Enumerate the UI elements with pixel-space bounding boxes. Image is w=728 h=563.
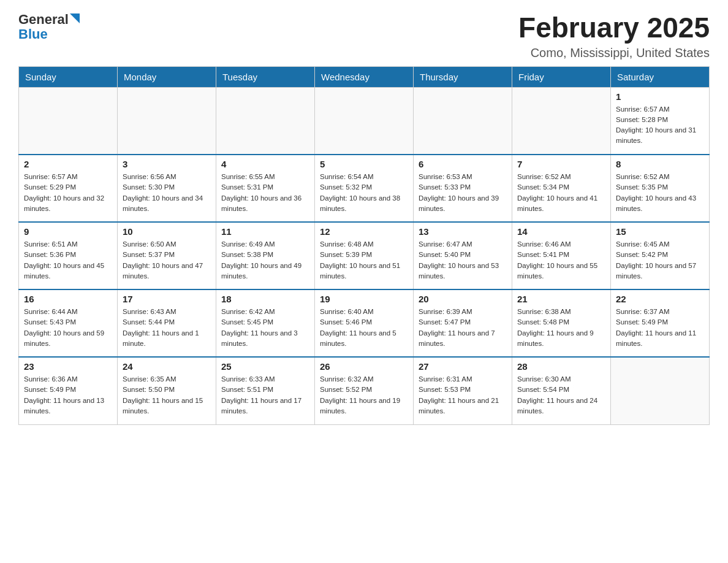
calendar-day-cell: 1Sunrise: 6:57 AMSunset: 5:28 PMDaylight…: [611, 87, 710, 155]
day-info: Sunrise: 6:37 AMSunset: 5:49 PMDaylight:…: [616, 307, 704, 349]
location-text: Como, Mississippi, United States: [518, 46, 710, 60]
calendar-header-thursday: Thursday: [414, 66, 512, 87]
day-info: Sunrise: 6:50 AMSunset: 5:37 PMDaylight:…: [123, 239, 211, 282]
day-info: Sunrise: 6:57 AMSunset: 5:28 PMDaylight:…: [616, 104, 704, 147]
day-number: 19: [320, 294, 408, 304]
day-number: 20: [419, 294, 507, 304]
calendar-day-cell: 19Sunrise: 6:40 AMSunset: 5:46 PMDayligh…: [315, 289, 414, 357]
day-number: 6: [419, 159, 507, 169]
day-info: Sunrise: 6:42 AMSunset: 5:45 PMDaylight:…: [221, 307, 309, 349]
calendar-week-row: 9Sunrise: 6:51 AMSunset: 5:36 PMDaylight…: [19, 222, 710, 289]
calendar-day-cell: 3Sunrise: 6:56 AMSunset: 5:30 PMDaylight…: [118, 155, 216, 222]
day-info: Sunrise: 6:30 AMSunset: 5:54 PMDaylight:…: [517, 374, 605, 416]
logo: General Blue: [18, 12, 80, 42]
calendar-header-tuesday: Tuesday: [216, 66, 315, 87]
calendar-day-cell: 8Sunrise: 6:52 AMSunset: 5:35 PMDaylight…: [611, 155, 710, 222]
day-info: Sunrise: 6:55 AMSunset: 5:31 PMDaylight:…: [221, 172, 309, 214]
day-number: 15: [616, 226, 704, 237]
calendar-day-cell: 25Sunrise: 6:33 AMSunset: 5:51 PMDayligh…: [216, 357, 315, 424]
title-block: February 2025 Como, Mississippi, United …: [518, 12, 710, 60]
day-info: Sunrise: 6:51 AMSunset: 5:36 PMDaylight:…: [24, 239, 112, 282]
page-header: General Blue February 2025 Como, Mississ…: [18, 12, 710, 60]
day-info: Sunrise: 6:43 AMSunset: 5:44 PMDaylight:…: [123, 307, 211, 349]
day-info: Sunrise: 6:36 AMSunset: 5:49 PMDaylight:…: [24, 374, 112, 416]
day-number: 22: [616, 294, 704, 304]
day-info: Sunrise: 6:49 AMSunset: 5:38 PMDaylight:…: [221, 239, 309, 282]
day-info: Sunrise: 6:57 AMSunset: 5:29 PMDaylight:…: [24, 172, 112, 214]
calendar-day-cell: 5Sunrise: 6:54 AMSunset: 5:32 PMDaylight…: [315, 155, 414, 222]
svg-marker-0: [70, 13, 80, 23]
calendar-day-cell: 21Sunrise: 6:38 AMSunset: 5:48 PMDayligh…: [512, 289, 611, 357]
day-info: Sunrise: 6:35 AMSunset: 5:50 PMDaylight:…: [123, 374, 211, 416]
calendar-day-cell: 13Sunrise: 6:47 AMSunset: 5:40 PMDayligh…: [414, 222, 512, 289]
day-info: Sunrise: 6:31 AMSunset: 5:53 PMDaylight:…: [419, 374, 507, 416]
calendar-week-row: 1Sunrise: 6:57 AMSunset: 5:28 PMDaylight…: [19, 87, 710, 155]
calendar-table: SundayMondayTuesdayWednesdayThursdayFrid…: [18, 66, 710, 425]
calendar-day-cell: 9Sunrise: 6:51 AMSunset: 5:36 PMDaylight…: [19, 222, 118, 289]
calendar-day-cell: [414, 87, 512, 155]
day-number: 24: [123, 361, 211, 372]
calendar-day-cell: [512, 87, 611, 155]
day-number: 2: [24, 159, 112, 169]
calendar-week-row: 23Sunrise: 6:36 AMSunset: 5:49 PMDayligh…: [19, 357, 710, 424]
calendar-week-row: 16Sunrise: 6:44 AMSunset: 5:43 PMDayligh…: [19, 289, 710, 357]
day-number: 18: [221, 294, 309, 304]
day-info: Sunrise: 6:48 AMSunset: 5:39 PMDaylight:…: [320, 239, 408, 282]
calendar-day-cell: 20Sunrise: 6:39 AMSunset: 5:47 PMDayligh…: [414, 289, 512, 357]
calendar-header-saturday: Saturday: [611, 66, 710, 87]
calendar-day-cell: 4Sunrise: 6:55 AMSunset: 5:31 PMDaylight…: [216, 155, 315, 222]
logo-general-text: General: [18, 12, 69, 27]
day-info: Sunrise: 6:52 AMSunset: 5:34 PMDaylight:…: [517, 172, 605, 214]
day-number: 11: [221, 226, 309, 237]
calendar-header-wednesday: Wednesday: [315, 66, 414, 87]
calendar-day-cell: 15Sunrise: 6:45 AMSunset: 5:42 PMDayligh…: [611, 222, 710, 289]
day-info: Sunrise: 6:33 AMSunset: 5:51 PMDaylight:…: [221, 374, 309, 416]
logo-triangle-icon: [70, 13, 80, 23]
day-info: Sunrise: 6:52 AMSunset: 5:35 PMDaylight:…: [616, 172, 704, 214]
calendar-day-cell: 16Sunrise: 6:44 AMSunset: 5:43 PMDayligh…: [19, 289, 118, 357]
calendar-day-cell: 6Sunrise: 6:53 AMSunset: 5:33 PMDaylight…: [414, 155, 512, 222]
calendar-day-cell: 7Sunrise: 6:52 AMSunset: 5:34 PMDaylight…: [512, 155, 611, 222]
day-info: Sunrise: 6:56 AMSunset: 5:30 PMDaylight:…: [123, 172, 211, 214]
calendar-day-cell: 27Sunrise: 6:31 AMSunset: 5:53 PMDayligh…: [414, 357, 512, 424]
day-number: 3: [123, 159, 211, 169]
day-info: Sunrise: 6:47 AMSunset: 5:40 PMDaylight:…: [419, 239, 507, 282]
calendar-day-cell: 28Sunrise: 6:30 AMSunset: 5:54 PMDayligh…: [512, 357, 611, 424]
day-info: Sunrise: 6:53 AMSunset: 5:33 PMDaylight:…: [419, 172, 507, 214]
calendar-day-cell: [19, 87, 118, 155]
calendar-day-cell: 26Sunrise: 6:32 AMSunset: 5:52 PMDayligh…: [315, 357, 414, 424]
day-number: 21: [517, 294, 605, 304]
day-number: 27: [419, 361, 507, 372]
day-number: 14: [517, 226, 605, 237]
day-info: Sunrise: 6:54 AMSunset: 5:32 PMDaylight:…: [320, 172, 408, 214]
calendar-day-cell: 14Sunrise: 6:46 AMSunset: 5:41 PMDayligh…: [512, 222, 611, 289]
calendar-day-cell: 23Sunrise: 6:36 AMSunset: 5:49 PMDayligh…: [19, 357, 118, 424]
day-number: 5: [320, 159, 408, 169]
day-number: 26: [320, 361, 408, 372]
calendar-day-cell: 12Sunrise: 6:48 AMSunset: 5:39 PMDayligh…: [315, 222, 414, 289]
month-title: February 2025: [518, 12, 710, 44]
calendar-week-row: 2Sunrise: 6:57 AMSunset: 5:29 PMDaylight…: [19, 155, 710, 222]
calendar-day-cell: 17Sunrise: 6:43 AMSunset: 5:44 PMDayligh…: [118, 289, 216, 357]
day-number: 17: [123, 294, 211, 304]
day-info: Sunrise: 6:45 AMSunset: 5:42 PMDaylight:…: [616, 239, 704, 282]
day-info: Sunrise: 6:39 AMSunset: 5:47 PMDaylight:…: [419, 307, 507, 349]
calendar-day-cell: 22Sunrise: 6:37 AMSunset: 5:49 PMDayligh…: [611, 289, 710, 357]
day-number: 12: [320, 226, 408, 237]
day-info: Sunrise: 6:40 AMSunset: 5:46 PMDaylight:…: [320, 307, 408, 349]
calendar-header-sunday: Sunday: [19, 66, 118, 87]
day-info: Sunrise: 6:46 AMSunset: 5:41 PMDaylight:…: [517, 239, 605, 282]
day-number: 25: [221, 361, 309, 372]
day-number: 4: [221, 159, 309, 169]
day-number: 23: [24, 361, 112, 372]
calendar-day-cell: 18Sunrise: 6:42 AMSunset: 5:45 PMDayligh…: [216, 289, 315, 357]
day-info: Sunrise: 6:38 AMSunset: 5:48 PMDaylight:…: [517, 307, 605, 349]
logo-blue-text: Blue: [18, 26, 48, 42]
day-number: 10: [123, 226, 211, 237]
day-number: 8: [616, 159, 704, 169]
calendar-day-cell: 24Sunrise: 6:35 AMSunset: 5:50 PMDayligh…: [118, 357, 216, 424]
calendar-day-cell: 11Sunrise: 6:49 AMSunset: 5:38 PMDayligh…: [216, 222, 315, 289]
calendar-day-cell: 2Sunrise: 6:57 AMSunset: 5:29 PMDaylight…: [19, 155, 118, 222]
calendar-day-cell: [216, 87, 315, 155]
calendar-day-cell: 10Sunrise: 6:50 AMSunset: 5:37 PMDayligh…: [118, 222, 216, 289]
